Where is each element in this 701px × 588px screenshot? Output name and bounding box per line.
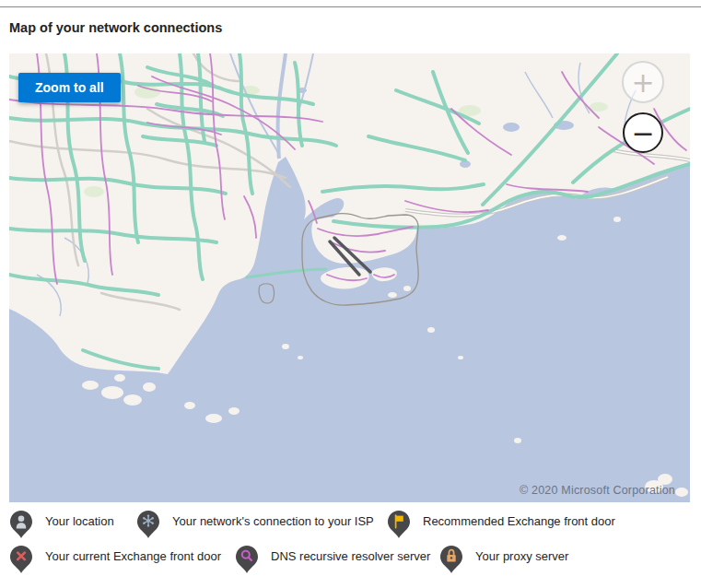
map-attribution: © 2020 Microsoft Corporation [520,484,675,497]
zoom-to-all-button[interactable]: Zoom to all [18,73,121,102]
legend-label: Your network's connection to your ISP [172,514,374,528]
legend-item-dns-resolver: DNS recursive resolver server [235,545,430,574]
legend-item-isp-connection: Your network's connection to your ISP [136,510,374,539]
legend-label: DNS recursive resolver server [271,549,430,563]
x-pin-icon [9,545,33,574]
zoom-out-button[interactable]: − [623,112,663,153]
page-title: Map of your network connections [9,20,222,35]
map-canvas[interactable] [9,53,690,502]
magnifier-pin-icon [235,545,259,574]
legend-item-your-location: Your location [9,510,114,539]
isp-pin-icon [136,510,160,539]
legend-label: Your proxy server [475,549,568,563]
lock-pin-icon [439,545,463,574]
plus-icon: + [631,66,654,99]
top-divider [0,6,701,7]
legend-label: Your location [45,514,114,528]
minus-icon: − [631,117,654,149]
map-legend: Your location Your network's connection … [0,502,701,588]
network-connections-panel: Map of your network connections [0,0,701,588]
zoom-in-button[interactable]: + [622,61,664,103]
person-pin-icon [9,510,33,539]
network-map: Zoom to all + − © 2020 Microsoft Corpora… [9,53,690,502]
legend-item-proxy-server: Your proxy server [439,545,568,574]
legend-item-recommended-front-door: Recommended Exchange front door [387,510,615,539]
legend-label: Your current Exchange front door [45,549,221,563]
flag-pin-icon [387,510,411,539]
legend-item-current-front-door: Your current Exchange front door [9,545,221,574]
legend-label: Recommended Exchange front door [423,514,615,528]
